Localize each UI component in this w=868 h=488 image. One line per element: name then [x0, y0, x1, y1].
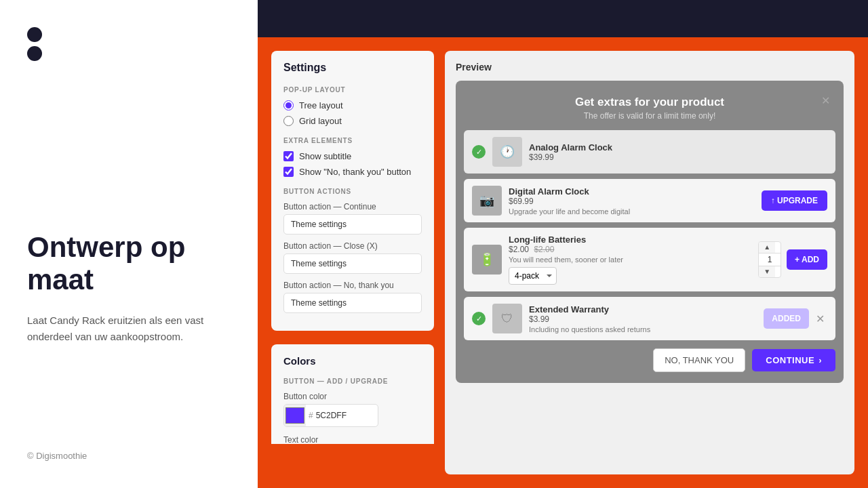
button-action-close-wrapper: Button action — Close (X) Theme settings	[283, 241, 422, 274]
product-item-analog: ✓ 🕐 Analog Alarm Clock $39.99	[464, 130, 835, 174]
preview-title: Preview	[456, 62, 844, 73]
added-row-warranty: ADDED ✕	[764, 308, 827, 329]
hash-symbol-1: #	[306, 411, 316, 420]
layout-radio-group: Tree layout Grid layout	[283, 100, 422, 126]
product-name-analog: Analog Alarm Clock	[529, 142, 827, 152]
continue-label: CONTINUE	[766, 355, 814, 365]
checkbox-subtitle-input[interactable]	[283, 151, 294, 161]
button-color-label: Button color	[283, 392, 422, 401]
colors-title: Colors	[283, 355, 422, 367]
product-item-batteries: 🔋 Long-life Batteries $2.00 $2.00 You wi…	[464, 228, 835, 291]
logo-dot-1	[27, 27, 42, 42]
button-color-hex-input[interactable]	[316, 408, 370, 423]
extra-elements-group: Show subtitle Show "No, thank you" butto…	[283, 151, 422, 177]
added-button-warranty: ADDED	[764, 308, 809, 329]
radio-grid-label: Grid layout	[299, 116, 342, 126]
qty-increase-btn[interactable]: ▲	[759, 242, 775, 253]
product-info-digital: Digital Alarm Clock $69.99 Upgrade your …	[509, 186, 755, 216]
button-action-continue-select[interactable]: Theme settings	[283, 214, 422, 235]
product-img-batteries: 🔋	[472, 245, 502, 274]
left-content: Ontwerp op maat Laat Candy Rack eruitzie…	[27, 115, 231, 461]
radio-tree-layout[interactable]: Tree layout	[283, 100, 422, 110]
checkbox-subtitle-label: Show subtitle	[299, 151, 351, 161]
continue-chevron-icon: ›	[818, 355, 822, 365]
popup-header: Get extras for your product The offer is…	[464, 89, 835, 130]
right-panel: Settings POP-UP LAYOUT Tree layout Grid …	[258, 0, 868, 488]
product-item-warranty: ✓ 🛡 Extended Warranty $3.99 Including no…	[464, 297, 835, 340]
radio-tree-label: Tree layout	[299, 100, 343, 110]
qty-decrease-btn[interactable]: ▼	[759, 266, 775, 277]
product-name-batteries: Long-life Batteries	[509, 235, 751, 245]
settings-block: Settings POP-UP LAYOUT Tree layout Grid …	[271, 51, 434, 331]
checkbox-nothanks-label: Show "No, thank you" button	[299, 167, 411, 177]
check-badge-warranty: ✓	[472, 312, 486, 325]
radio-grid-layout[interactable]: Grid layout	[283, 116, 422, 126]
product-price-warranty: $3.99	[529, 314, 757, 324]
batteries-actions: ▲ ▼ + ADD	[758, 241, 827, 278]
button-color-input-wrapper: #	[283, 404, 378, 427]
hero-title: Ontwerp op maat	[27, 231, 231, 297]
product-img-analog: 🕐	[492, 137, 522, 167]
colors-block: Colors BUTTON — ADD / UPGRADE Button col…	[271, 344, 434, 444]
left-column: Settings POP-UP LAYOUT Tree layout Grid …	[271, 51, 434, 444]
text-color-row: Text color #	[283, 435, 422, 444]
no-thanks-button[interactable]: NO, THANK YOU	[653, 348, 745, 372]
button-action-close-select[interactable]: Theme settings	[283, 253, 422, 274]
text-color-label: Text color	[283, 435, 422, 444]
button-action-nothanks-label: Button action — No, thank you	[283, 281, 422, 290]
product-img-digital: 📷	[472, 186, 502, 216]
copyright: © Digismoothie	[27, 451, 87, 461]
quantity-control: ▲ ▼	[758, 241, 781, 278]
product-price-digital: $69.99	[509, 197, 755, 206]
product-original-price-batteries: $2.00	[534, 245, 554, 254]
button-action-nothanks-wrapper: Button action — No, thank you Theme sett…	[283, 281, 422, 313]
logo	[27, 27, 231, 61]
button-actions-label: BUTTON ACTIONS	[283, 188, 422, 195]
preview-panel: Preview ✕ Get extras for your product Th…	[445, 51, 854, 474]
qty-input[interactable]	[759, 253, 781, 266]
product-img-warranty: 🛡	[492, 304, 522, 333]
checkbox-nothanks[interactable]: Show "No, thank you" button	[283, 167, 422, 177]
popup-footer: NO, THANK YOU CONTINUE ›	[464, 340, 835, 375]
product-info-batteries: Long-life Batteries $2.00 $2.00 You will…	[509, 235, 751, 285]
popup-container: ✕ Get extras for your product The offer …	[456, 81, 844, 383]
add-button-batteries[interactable]: + ADD	[787, 249, 827, 270]
product-desc-batteries: You will need them, sooner or later	[509, 256, 751, 264]
product-list: ✓ 🕐 Analog Alarm Clock $39.99 📷 Digital …	[464, 130, 835, 340]
popup-layout-label: POP-UP LAYOUT	[283, 86, 422, 94]
qty-add-row: ▲ ▼ + ADD	[758, 241, 827, 278]
product-info-warranty: Extended Warranty $3.99 Including no que…	[529, 304, 757, 333]
settings-title: Settings	[283, 62, 422, 74]
button-section-label: BUTTON — ADD / UPGRADE	[283, 378, 422, 385]
product-price-analog: $39.99	[529, 152, 827, 162]
popup-header-title: Get extras for your product	[464, 96, 835, 109]
button-color-swatch[interactable]	[284, 405, 306, 426]
continue-button[interactable]: CONTINUE ›	[752, 349, 835, 371]
product-item-digital: 📷 Digital Alarm Clock $69.99 Upgrade you…	[464, 179, 835, 222]
hero-description: Laat Candy Rack eruitzien als een vast o…	[27, 312, 231, 345]
product-price-batteries: $2.00 $2.00	[509, 245, 751, 254]
upgrade-button-digital[interactable]: ↑ UPGRADE	[762, 190, 827, 211]
checkbox-subtitle[interactable]: Show subtitle	[283, 151, 422, 161]
button-action-continue-wrapper: Button action — Continue Theme settings	[283, 202, 422, 235]
button-action-close-label: Button action — Close (X)	[283, 241, 422, 251]
batteries-variant-select[interactable]: 4-pack 2-pack 8-pack	[509, 267, 557, 285]
radio-grid-input[interactable]	[283, 116, 294, 126]
button-action-nothanks-select[interactable]: Theme settings	[283, 293, 422, 313]
check-badge-analog: ✓	[472, 145, 486, 159]
product-info-analog: Analog Alarm Clock $39.99	[529, 142, 827, 162]
remove-warranty-button[interactable]: ✕	[813, 312, 827, 325]
button-color-row: Button color #	[283, 392, 422, 427]
top-bar	[258, 0, 868, 37]
extra-elements-label: EXTRA ELEMENTS	[283, 137, 422, 144]
popup-header-subtitle: The offer is valid for a limit time only…	[464, 111, 835, 121]
main-content: Settings POP-UP LAYOUT Tree layout Grid …	[258, 37, 868, 488]
button-action-continue-label: Button action — Continue	[283, 202, 422, 211]
logo-dot-2	[27, 46, 42, 61]
radio-tree-input[interactable]	[283, 100, 294, 110]
left-panel: Ontwerp op maat Laat Candy Rack eruitzie…	[0, 0, 258, 488]
product-desc-digital: Upgrade your life and become digital	[509, 207, 755, 216]
popup-close-button[interactable]: ✕	[821, 94, 830, 107]
product-desc-warranty: Including no questions asked returns	[529, 325, 757, 333]
checkbox-nothanks-input[interactable]	[283, 167, 294, 177]
